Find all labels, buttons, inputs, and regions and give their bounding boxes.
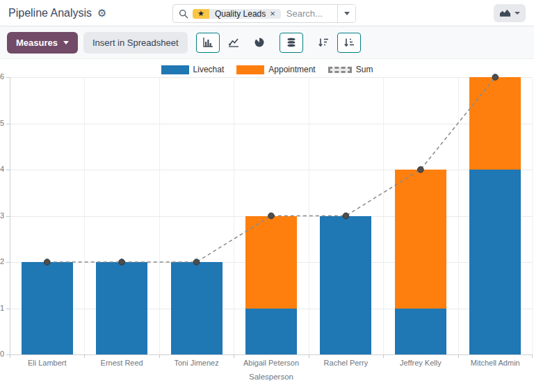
y-axis-label: 5 (0, 119, 8, 127)
gridline-vertical (159, 77, 160, 354)
x-axis-label: Ernest Reed (84, 359, 159, 367)
filter-facet-quality-leads[interactable]: ★ Quality Leads × (193, 9, 281, 19)
x-axis-tick (84, 354, 85, 358)
chevron-down-icon (515, 12, 520, 15)
chart-type-group (196, 33, 271, 53)
gridline-vertical (532, 77, 533, 354)
gridline-vertical (458, 77, 459, 354)
gridline-horizontal (10, 170, 533, 170)
chart-canvas: 0123456 (0, 77, 534, 354)
y-axis-label: 1 (0, 304, 8, 312)
x-axis-tick (309, 354, 309, 358)
legend-label: Appointment (268, 65, 315, 74)
y-axis-label: 4 (0, 165, 8, 173)
gear-icon[interactable]: ⚙ (97, 8, 106, 18)
search-bar[interactable]: ★ Quality Leads × (172, 4, 356, 23)
stacked-icon (286, 37, 297, 48)
chart-legend: Livechat Appointment Sum (0, 62, 534, 77)
x-axis-label: Abigail Peterson (234, 359, 308, 367)
legend-swatch-appointment (236, 65, 264, 74)
bar-segment-livechat[interactable] (395, 309, 446, 355)
gridline-vertical (10, 77, 10, 354)
legend-swatch-sum (328, 67, 352, 73)
view-switcher (494, 4, 526, 22)
sort-descending-button[interactable] (312, 33, 335, 53)
chart-section: Livechat Appointment Sum 0123456 Eli Lam… (0, 59, 534, 381)
line-chart-button[interactable] (222, 33, 245, 53)
bar-segment-livechat[interactable] (96, 262, 147, 354)
pie-chart-button[interactable] (248, 33, 271, 53)
sort-group (312, 33, 361, 53)
gridline-vertical (309, 77, 309, 354)
gridline-vertical (234, 77, 234, 354)
legend-item-appointment[interactable]: Appointment (236, 65, 315, 74)
legend-item-sum[interactable]: Sum (328, 65, 373, 74)
bar-segment-livechat[interactable] (22, 262, 73, 354)
x-axis-tick (458, 354, 459, 358)
gridline-vertical (84, 77, 85, 354)
y-axis-label: 2 (0, 257, 8, 266)
pie-chart-icon (254, 37, 265, 48)
bar-chart-button[interactable] (196, 33, 220, 53)
facet-label: Quality Leads (215, 9, 266, 19)
legend-label: Livechat (193, 65, 225, 74)
stacked-toggle-button[interactable] (280, 33, 303, 53)
bar-segment-appointment[interactable] (245, 216, 297, 309)
x-axis-label: Mitchell Admin (458, 359, 533, 367)
x-axis-tick (532, 354, 533, 358)
gridline-horizontal (10, 77, 533, 78)
legend-label: Sum (356, 65, 373, 74)
bar-segment-livechat[interactable] (171, 262, 222, 354)
measures-button[interactable]: Measures (7, 32, 78, 54)
gridline-vertical (383, 77, 384, 354)
graph-toolbar: Measures Insert in Spreadsheet (0, 26, 534, 59)
bar-segment-appointment[interactable] (395, 170, 446, 309)
bar-segment-appointment[interactable] (469, 77, 521, 170)
gridline-horizontal (10, 124, 533, 124)
x-axis-labels: Eli LambertErnest ReedToni JimenezAbigai… (10, 359, 533, 367)
star-icon: ★ (193, 9, 209, 19)
search-input[interactable] (281, 8, 337, 19)
x-axis-tick (383, 354, 384, 358)
bar-segment-livechat[interactable] (320, 216, 371, 355)
legend-swatch-livechat (161, 65, 189, 74)
bar-segment-livechat[interactable] (469, 170, 521, 354)
breadcrumb: Pipeline Analysis ⚙ (8, 7, 107, 19)
x-axis-tick (159, 354, 160, 358)
x-axis-label: Toni Jimenez (159, 359, 234, 367)
x-axis-tick (234, 354, 234, 358)
chevron-down-icon (344, 12, 350, 15)
sort-ascending-button[interactable] (337, 33, 361, 53)
graph-view-button[interactable] (494, 4, 526, 22)
stacked-group (280, 33, 303, 53)
x-axis-title: Salesperson (10, 373, 533, 381)
measures-label: Measures (16, 38, 58, 48)
area-chart-icon (499, 8, 511, 17)
legend-item-livechat[interactable]: Livechat (161, 65, 225, 74)
sort-descending-icon (318, 37, 329, 48)
search-dropdown-toggle[interactable] (337, 5, 355, 22)
y-axis-label: 0 (0, 350, 8, 358)
search-icon (173, 9, 193, 19)
bar-segment-livechat[interactable] (245, 309, 297, 355)
x-axis-tick (10, 354, 10, 358)
sort-ascending-icon (343, 37, 355, 48)
close-icon[interactable]: × (270, 9, 275, 18)
control-panel-header: Pipeline Analysis ⚙ ★ Quality Leads × (0, 0, 534, 26)
page-title: Pipeline Analysis (8, 7, 92, 19)
chevron-down-icon (63, 41, 69, 44)
insert-in-spreadsheet-button[interactable]: Insert in Spreadsheet (83, 32, 188, 54)
plot-area: 0123456 (10, 77, 533, 354)
bar-chart-icon (202, 37, 213, 48)
line-chart-icon (228, 37, 239, 48)
x-axis-label: Jeffrey Kelly (383, 359, 458, 367)
x-axis-label: Eli Lambert (10, 359, 84, 367)
x-axis-label: Rachel Perry (309, 359, 383, 367)
y-axis-label: 3 (0, 211, 8, 220)
gridline-horizontal (10, 354, 533, 355)
y-axis-label: 6 (0, 72, 8, 81)
